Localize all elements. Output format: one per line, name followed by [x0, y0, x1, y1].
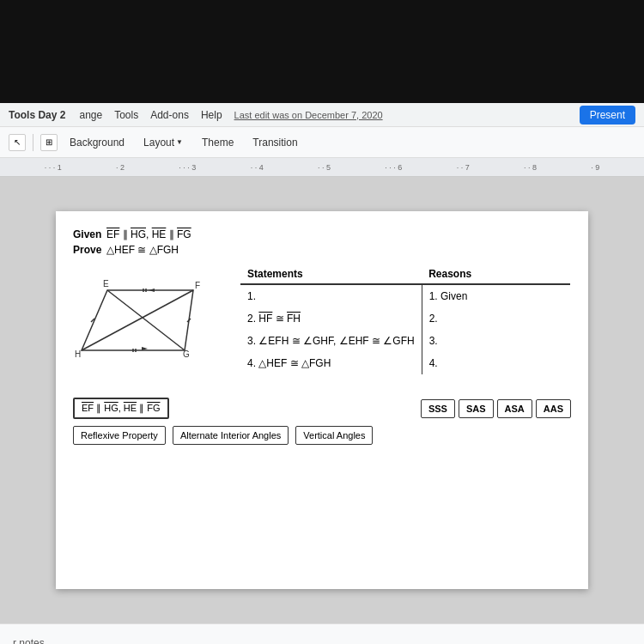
reason-1: 1. Given — [422, 284, 570, 307]
top-black-bar — [0, 0, 644, 103]
prove-line: Prove △HEF ≅ △FGH — [73, 244, 571, 256]
reason-4: 4. — [422, 352, 570, 374]
statement-1: 1. — [240, 284, 422, 307]
alternate-interior-angles-box[interactable]: Alternate Interior Angles — [173, 426, 289, 445]
given-line: Given EF ∥ HG, HE ∥ FG — [73, 228, 571, 240]
ruler: · · · 1 · 2 · · · 3 · · 4 · · 5 · · · 6 … — [0, 158, 644, 177]
table-row: 4. △HEF ≅ △FGH 4. — [240, 352, 570, 374]
layout-dropdown[interactable]: Layout ▼ — [137, 134, 190, 151]
given-prove-section: Given EF ∥ HG, HE ∥ FG Prove △HEF ≅ △FGH — [73, 228, 571, 256]
asa-button[interactable]: ASA — [497, 399, 532, 418]
given-drag-box[interactable]: EF ∥ HG, HE ∥ FG — [73, 398, 169, 419]
proof-table: Statements Reasons 1. 1. Given 2. HF ≅ F… — [240, 264, 570, 374]
slide-area: Given EF ∥ HG, HE ∥ FG Prove △HEF ≅ △FGH — [0, 177, 644, 623]
svg-text:G: G — [183, 349, 190, 359]
statement-3: 3. ∠EFH ≅ ∠GHF, ∠EHF ≅ ∠GFH — [240, 330, 422, 352]
slide: Given EF ∥ HG, HE ∥ FG Prove △HEF ≅ △FGH — [56, 211, 588, 589]
app-title: Tools Day 2 — [9, 109, 65, 121]
table-row: 3. ∠EFH ≅ ∠GHF, ∠EHF ≅ ∠GFH 3. — [240, 330, 570, 352]
svg-text:F: F — [195, 281, 200, 290]
given-text: EF ∥ HG, HE ∥ FG — [106, 228, 191, 240]
separator — [33, 134, 33, 151]
ruler-mark-2: · 2 — [116, 163, 125, 172]
table-row: 1. 1. Given — [240, 284, 570, 307]
reason-3: 3. — [422, 330, 570, 352]
ruler-marks: · · · 1 · 2 · · · 3 · · 4 · · 5 · · · 6 … — [0, 163, 644, 172]
statements-header: Statements — [240, 264, 422, 284]
ruler-mark-8: · · 8 — [524, 163, 537, 172]
option-buttons-group: SSS SAS ASA AAS — [421, 399, 571, 418]
ruler-mark-3: · · · 3 — [179, 163, 196, 172]
ruler-mark-7: · · 7 — [457, 163, 470, 172]
reflexive-property-box[interactable]: Reflexive Property — [73, 426, 166, 445]
prove-text: △HEF ≅ △FGH — [106, 244, 179, 256]
svg-text:H: H — [75, 349, 81, 359]
ruler-mark-1: · · · 1 — [45, 163, 62, 172]
menu-item-addons[interactable]: Add-ons — [145, 107, 194, 123]
notes-label: r notes — [13, 637, 45, 645]
menu-bar: Tools Day 2 ange Tools Add-ons Help Last… — [0, 103, 644, 127]
statement-2: 2. HF ≅ FH — [240, 307, 422, 330]
table-row: 2. HF ≅ FH 2. — [240, 307, 570, 330]
sss-button[interactable]: SSS — [421, 399, 455, 418]
menu-item-help[interactable]: Help — [196, 107, 228, 123]
vertical-angles-box[interactable]: Vertical Angles — [295, 426, 373, 445]
back-arrow-icon[interactable]: ↖ — [9, 134, 26, 151]
svg-line-2 — [107, 290, 185, 350]
background-button[interactable]: Background — [63, 134, 131, 151]
prove-label: Prove — [73, 244, 103, 256]
bottom-drag-items: Reflexive Property Alternate Interior An… — [73, 426, 571, 445]
toolbar: ↖ ⊞ Background Layout ▼ Theme Transition — [0, 127, 644, 158]
theme-button[interactable]: Theme — [195, 134, 240, 151]
reason-2: 2. — [422, 307, 570, 330]
add-icon[interactable]: ⊞ — [40, 134, 58, 151]
ruler-mark-4: · · 4 — [251, 163, 264, 172]
menu-item-tools[interactable]: Tools — [109, 107, 143, 123]
layout-arrow-icon: ▼ — [176, 138, 183, 146]
present-button[interactable]: Present — [580, 106, 635, 125]
bottom-bar: r notes — [0, 623, 644, 644]
transition-button[interactable]: Transition — [246, 134, 304, 151]
sas-button[interactable]: SAS — [459, 399, 494, 418]
ruler-mark-9: · 9 — [591, 163, 599, 172]
last-edit-label: Last edit was on December 7, 2020 — [234, 110, 383, 120]
svg-marker-7 — [149, 289, 155, 292]
ruler-mark-6: · · · 6 — [385, 163, 402, 172]
layout-label: Layout — [143, 137, 174, 149]
reasons-header: Reasons — [422, 264, 570, 284]
diagram: E F H G — [73, 273, 228, 385]
svg-text:E: E — [103, 279, 109, 289]
ruler-mark-5: · · 5 — [318, 163, 331, 172]
aas-button[interactable]: AAS — [536, 399, 571, 418]
proof-table-container: Statements Reasons 1. 1. Given 2. HF ≅ F… — [240, 264, 571, 385]
given-label: Given — [73, 228, 103, 240]
statement-4: 4. △HEF ≅ △FGH — [240, 352, 422, 374]
drag-area: EF ∥ HG, HE ∥ FG SSS SAS ASA AAS — [73, 398, 571, 419]
menu-item-ange[interactable]: ange — [74, 107, 107, 123]
svg-line-1 — [82, 290, 193, 350]
proof-layout: E F H G Statements Reasons — [73, 264, 571, 385]
